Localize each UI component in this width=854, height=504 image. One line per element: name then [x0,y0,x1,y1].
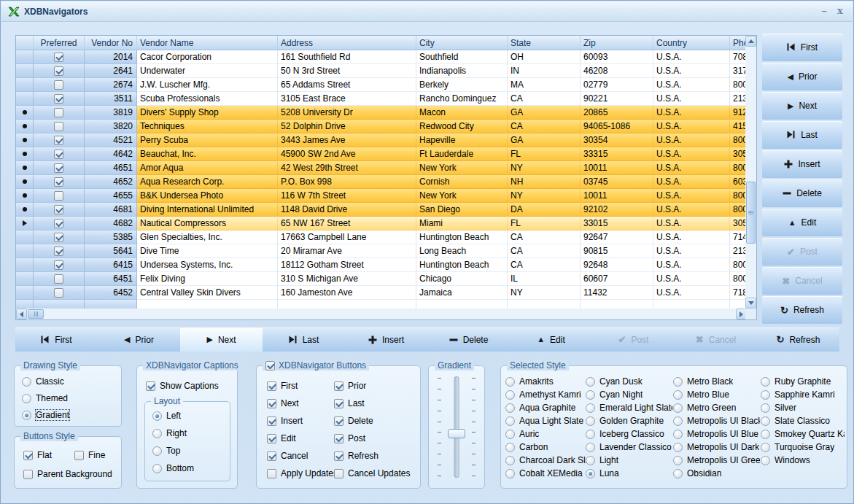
style-metropolis-ui-dark-radio[interactable] [673,443,683,452]
table-row[interactable]: 4652Aqua Research Corp.P.O. Box 998Corni… [16,175,747,189]
nav-opt-edit-checkbox[interactable] [267,434,276,443]
style-auric[interactable]: Auric [505,429,539,439]
drawing-style-themed[interactable]: Themed [22,393,68,403]
show-captions-checkbox[interactable] [146,381,155,391]
preferred-checkbox[interactable] [54,150,63,159]
style-cobalt-xemedia-radio[interactable] [505,469,515,478]
side-first-button[interactable]: First [762,34,842,61]
bottom-edit-button[interactable]: ▲Edit [510,327,592,352]
horizontal-scroll-thumb[interactable] [28,309,44,319]
show-captions[interactable]: Show Captions [146,381,219,391]
table-row[interactable]: 4651Amor Aqua42 West 29th StreetNew York… [16,161,747,175]
style-auric-radio[interactable] [505,430,515,439]
nav-opt-prior[interactable]: Prior [334,381,366,391]
nav-opt-apply-updates-checkbox[interactable] [267,469,276,478]
style-aqua-light-slate[interactable]: Aqua Light Slate [505,416,583,426]
table-row[interactable]: 4521Perry Scuba3443 James AveHapevilleGA… [16,133,747,147]
layout-left[interactable]: Left [152,411,181,421]
layout-right[interactable]: Right [152,428,187,438]
style-slate-classico-radio[interactable] [761,416,770,426]
layout-top-radio[interactable] [152,446,162,456]
style-luna[interactable]: Luna [586,468,619,478]
gradient-slider-track[interactable] [454,376,459,478]
nav-opt-cancel-checkbox[interactable] [267,451,276,461]
horizontal-scrollbar[interactable] [16,309,747,319]
drawing-style-classic-radio[interactable] [22,377,31,387]
nav-opt-delete[interactable]: Delete [334,416,373,426]
preferred-checkbox[interactable] [54,53,63,62]
table-row[interactable]: 5641Dive Time20 Miramar AveLong BeachCA9… [16,244,747,258]
style-metro-blue-radio[interactable] [673,390,683,400]
style-windows-radio[interactable] [761,456,770,465]
nav-opt-last[interactable]: Last [334,398,365,408]
layout-right-radio[interactable] [152,429,162,438]
style-turquoise-gray-radio[interactable] [761,443,770,452]
style-sapphire-kamri[interactable]: Sapphire Kamri [761,389,835,400]
table-row[interactable]: 2014Cacor Corporation161 Southfield RdSo… [16,50,747,64]
table-row[interactable]: 4655B&K Undersea Photo116 W 7th StreetNe… [16,189,747,203]
table-row[interactable]: 5385Glen Specialties, Inc.17663 Campbell… [16,230,747,244]
style-charcoal-dark-slate[interactable]: Charcoal Dark Slate [505,455,592,465]
style-aqua-graphite-radio[interactable] [505,403,515,413]
table-row[interactable]: 4682Nautical Compressors65 NW 167 Street… [16,217,747,230]
layout-bottom-radio[interactable] [152,464,162,473]
style-silver-radio[interactable] [761,403,770,413]
column-header-state[interactable]: State [508,36,581,50]
minimize-button[interactable]: – [818,5,831,16]
bottom-delete-button[interactable]: Delete [427,327,510,352]
table-row[interactable]: 3820Techniques52 Dolphin DriveRedwood Ci… [16,120,747,133]
style-aqua-graphite[interactable]: Aqua Graphite [505,403,575,413]
style-metropolis-ui-blue-radio[interactable] [673,430,683,439]
nav-opt-next-checkbox[interactable] [267,399,276,408]
buttons-style-parent-background[interactable]: Parent Background [23,469,112,479]
nav-opt-post-checkbox[interactable] [334,434,343,443]
style-cobalt-xemedia[interactable]: Cobalt XEMedia [505,468,583,478]
buttons-style-parent-background-checkbox[interactable] [23,470,33,479]
side-refresh-button[interactable]: ↻Refresh [762,296,842,324]
style-metro-blue[interactable]: Metro Blue [673,389,729,400]
nav-opt-edit[interactable]: Edit [267,433,296,443]
preferred-checkbox[interactable] [54,163,63,173]
style-ruby-graphite-radio[interactable] [761,377,770,387]
scroll-left-button[interactable] [16,309,27,319]
nav-opt-first[interactable]: First [267,381,298,391]
column-header-preferred[interactable]: Preferred [34,36,85,50]
preferred-checkbox[interactable] [54,136,63,145]
preferred-checkbox[interactable] [54,177,63,187]
preferred-checkbox[interactable] [54,191,63,201]
style-obsidian-radio[interactable] [673,469,683,478]
column-header-address[interactable]: Address [278,36,416,50]
style-sapphire-kamri-radio[interactable] [761,390,770,400]
column-header-city[interactable]: City [416,36,508,50]
nav-opt-refresh-checkbox[interactable] [334,451,343,461]
style-metro-green-radio[interactable] [673,403,683,413]
vertical-scrollbar[interactable] [745,36,756,309]
preferred-checkbox[interactable] [54,108,63,117]
preferred-checkbox[interactable] [54,274,63,284]
vertical-scroll-thumb[interactable] [746,182,756,244]
column-header-vendor-name[interactable]: Vendor Name [137,36,278,50]
layout-left-radio[interactable] [152,411,162,421]
nav-opt-insert-checkbox[interactable] [267,416,276,426]
bottom-refresh-button[interactable]: ↻Refresh [757,327,839,352]
style-obsidian[interactable]: Obsidian [673,468,721,478]
style-metropolis-ui-blue[interactable]: Metropolis UI Blue [673,429,758,439]
style-light[interactable]: Light [586,455,618,465]
style-metropolis-ui-green-radio[interactable] [673,456,683,465]
drawing-style-gradient[interactable]: Gradient [22,410,69,420]
style-metropolis-ui-black-radio[interactable] [673,416,683,426]
table-row[interactable]: 3511Scuba Professionals3105 East BraceRa… [16,92,747,106]
nav-opt-insert[interactable]: Insert [267,416,303,426]
style-smokey-quartz-kamri-radio[interactable] [761,430,770,439]
layout-top[interactable]: Top [152,446,180,456]
table-row[interactable]: 2641Underwater50 N 3rd StreetIndianapoli… [16,64,747,78]
style-light-radio[interactable] [586,456,595,465]
close-button[interactable]: x [834,5,847,16]
drawing-style-gradient-radio[interactable] [22,411,31,420]
buttons-style-fine[interactable]: Fine [74,450,105,460]
style-windows[interactable]: Windows [761,455,810,465]
buttons-style-flat-checkbox[interactable] [23,451,33,460]
style-cyan-night[interactable]: Cyan Night [586,389,643,400]
style-lavender-classico-radio[interactable] [586,443,595,452]
style-metro-black[interactable]: Metro Black [673,376,733,387]
